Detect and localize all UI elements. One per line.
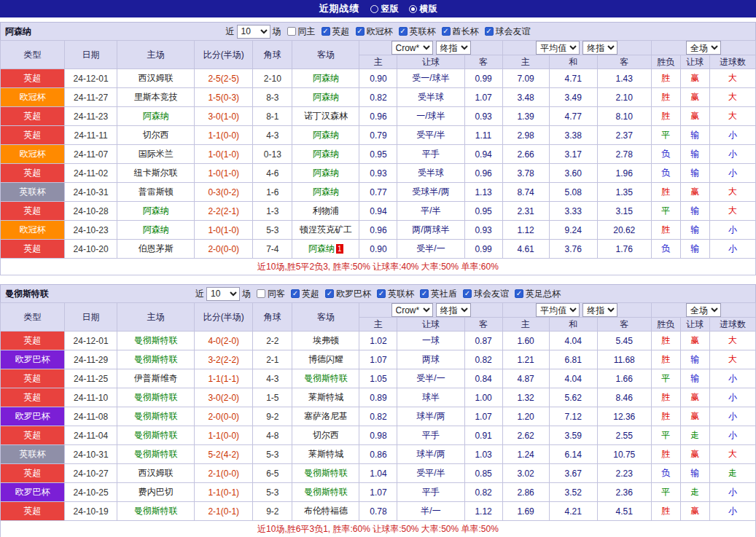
away-team[interactable]: 莱斯特城: [292, 388, 359, 407]
odds-source-select[interactable]: 平均值: [536, 303, 580, 317]
league-filter-checkbox[interactable]: ✓球会友谊: [463, 288, 509, 300]
league-filter-checkbox[interactable]: ✓英社盾: [420, 288, 457, 300]
score[interactable]: 1-0(1-0): [195, 221, 253, 240]
score[interactable]: 1-1(0-1): [195, 483, 253, 502]
odds-source-select[interactable]: 终指: [582, 41, 617, 55]
league-filter-checkbox[interactable]: ✓球会友谊: [485, 26, 531, 38]
score[interactable]: 5-2(4-2): [195, 445, 253, 464]
home-team[interactable]: 里斯本竞技: [117, 88, 195, 107]
home-team[interactable]: 曼彻斯特联: [117, 332, 195, 350]
score[interactable]: 1-5(0-3): [195, 88, 253, 107]
match-row: 英超24-12-01曼彻斯特联4-0(2-0)2-2埃弗顿1.02一球0.871…: [1, 332, 756, 350]
home-team[interactable]: 西汉姆联: [117, 464, 195, 483]
home-team[interactable]: 纽卡斯尔联: [117, 164, 195, 183]
score[interactable]: 0-3(0-2): [195, 183, 253, 202]
euro-draw-odds: 3.60: [549, 164, 597, 183]
score[interactable]: 1-1(0-0): [195, 426, 253, 445]
league-filter-checkbox[interactable]: ✓英超: [322, 26, 350, 38]
home-team[interactable]: 国际米兰: [117, 145, 195, 164]
column-header: 角球: [253, 303, 292, 332]
away-team[interactable]: 阿森纳: [292, 164, 359, 183]
away-team[interactable]: 曼彻斯特联: [292, 464, 359, 483]
away-team[interactable]: 布伦特福德: [292, 502, 359, 521]
score[interactable]: 2-1(0-0): [195, 464, 253, 483]
euro-draw-odds: 3.38: [549, 126, 597, 145]
home-team[interactable]: 曼彻斯特联: [117, 502, 195, 521]
score[interactable]: 1-1(1-1): [195, 369, 253, 388]
odds-source-select[interactable]: 平均值: [536, 41, 580, 55]
away-team[interactable]: 阿森纳: [292, 88, 359, 107]
home-team[interactable]: 伯恩茅斯: [117, 240, 195, 259]
away-team[interactable]: 莱斯特城: [292, 445, 359, 464]
score[interactable]: 2-1(0-1): [195, 502, 253, 521]
away-team[interactable]: 阿森纳: [292, 69, 359, 88]
league-filter-checkbox[interactable]: ✓欧冠杯: [356, 26, 393, 38]
away-team[interactable]: 切尔西: [292, 426, 359, 445]
odds-source-select[interactable]: 终指: [582, 303, 617, 317]
home-team[interactable]: 切尔西: [117, 126, 195, 145]
away-team[interactable]: 利物浦: [292, 202, 359, 221]
away-team[interactable]: 曼彻斯特联: [292, 369, 359, 388]
home-team[interactable]: 普雷斯顿: [117, 183, 195, 202]
odds-source-select[interactable]: 终指: [436, 303, 471, 317]
score[interactable]: 1-0(1-0): [195, 145, 253, 164]
home-team[interactable]: 曼彻斯特联: [117, 445, 195, 464]
score[interactable]: 1-1(0-0): [195, 126, 253, 145]
home-team[interactable]: 曼彻斯特联: [117, 426, 195, 445]
home-team[interactable]: 阿森纳: [117, 221, 195, 240]
checkbox-icon: ✓: [463, 289, 472, 298]
league-filter-checkbox[interactable]: ✓酋长杯: [442, 26, 479, 38]
home-team[interactable]: 曼彻斯特联: [117, 388, 195, 407]
home-team[interactable]: 西汉姆联: [117, 69, 195, 88]
home-team[interactable]: 阿森纳: [117, 107, 195, 126]
corners: 0-13: [253, 145, 292, 164]
home-team[interactable]: 伊普斯维奇: [117, 369, 195, 388]
away-team[interactable]: 顿涅茨克矿工: [292, 221, 359, 240]
home-team[interactable]: 曼彻斯特联: [117, 407, 195, 426]
euro-home-odds: 3.02: [502, 464, 549, 483]
odds-source-select[interactable]: 全场: [686, 303, 721, 317]
layout-radio[interactable]: 竖版: [370, 3, 399, 15]
asia-home-odds: 1.02: [359, 332, 397, 350]
odds-source-select[interactable]: 全场: [686, 41, 721, 55]
home-team[interactable]: 曼彻斯特联: [117, 350, 195, 369]
euro-home-odds: 1.12: [502, 221, 549, 240]
score[interactable]: 2-5(2-5): [195, 69, 253, 88]
away-team[interactable]: 阿森纳: [292, 145, 359, 164]
score[interactable]: 3-0(1-0): [195, 107, 253, 126]
away-team[interactable]: 诺丁汉森林: [292, 107, 359, 126]
layout-radio[interactable]: 横版: [409, 3, 437, 15]
same-venue-checkbox[interactable]: 同客: [257, 288, 285, 300]
score[interactable]: 2-2(2-1): [195, 202, 253, 221]
match-count-select[interactable]: 10: [206, 287, 240, 301]
home-team[interactable]: 费内巴切: [117, 483, 195, 502]
league-filter-checkbox[interactable]: ✓英足总杯: [515, 288, 561, 300]
away-team[interactable]: 埃弗顿: [292, 332, 359, 350]
score[interactable]: 1-0(1-0): [195, 164, 253, 183]
result-wdl: 平: [651, 369, 680, 388]
away-team[interactable]: 阿森纳1: [292, 240, 359, 259]
league-filter-checkbox[interactable]: ✓英超: [291, 288, 319, 300]
league-filter-checkbox[interactable]: ✓英联杯: [377, 288, 414, 300]
euro-away-odds: 1.43: [597, 69, 651, 88]
score[interactable]: 2-0(0-0): [195, 240, 253, 259]
score[interactable]: 2-0(0-0): [195, 407, 253, 426]
odds-source-select[interactable]: 终指: [436, 41, 471, 55]
same-venue-checkbox[interactable]: 同主: [287, 26, 316, 38]
asia-home-odds: 0.93: [359, 164, 397, 183]
home-team[interactable]: 阿森纳: [117, 202, 195, 221]
away-team[interactable]: 曼彻斯特联: [292, 483, 359, 502]
score[interactable]: 3-0(2-0): [195, 388, 253, 407]
odds-source-select[interactable]: Crow*: [391, 303, 433, 317]
result-wdl: 负: [651, 464, 680, 483]
match-count-select[interactable]: 10: [237, 25, 270, 39]
score[interactable]: 4-0(2-0): [195, 332, 253, 350]
away-team[interactable]: 阿森纳: [292, 183, 359, 202]
league-filter-checkbox[interactable]: ✓英联杯: [399, 26, 436, 38]
away-team[interactable]: 阿森纳: [292, 126, 359, 145]
away-team[interactable]: 塞萨洛尼基: [292, 407, 359, 426]
odds-source-select[interactable]: Crow*: [391, 41, 433, 55]
away-team[interactable]: 博德闪耀: [292, 350, 359, 369]
league-filter-checkbox[interactable]: ✓欧罗巴杯: [325, 288, 371, 300]
score[interactable]: 3-2(2-2): [195, 350, 253, 369]
